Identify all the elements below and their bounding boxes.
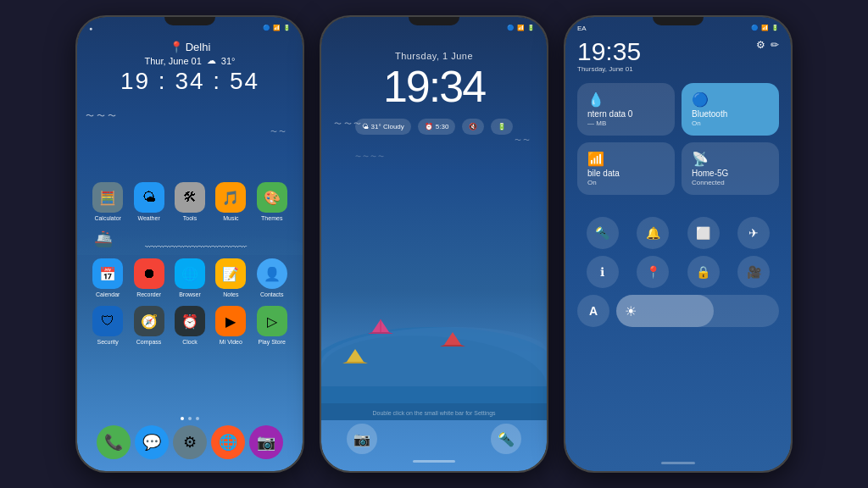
- lock-date: Thursday, 1 June: [321, 51, 547, 61]
- svg-marker-3: [444, 332, 461, 345]
- boats-scene: [321, 251, 547, 420]
- location-text: Delhi: [186, 41, 211, 53]
- app-tools[interactable]: 🛠 Tools: [175, 182, 205, 221]
- app-playstore[interactable]: ▷ Play Store: [257, 306, 287, 345]
- svg-marker-1: [368, 332, 393, 334]
- app-themes[interactable]: 🎨 Themes: [257, 182, 287, 221]
- wifi-icon: 📡: [692, 151, 769, 167]
- p3-time-block: 19:35 Thursday, June 01: [577, 39, 641, 73]
- ctrl-video-btn[interactable]: 🎥: [737, 256, 770, 288]
- bird-deco-right: 〜 〜: [515, 136, 530, 145]
- app-label: Compass: [136, 339, 162, 345]
- svg-marker-4: [440, 345, 465, 347]
- lock-time: 19:34: [321, 64, 547, 108]
- dock-phone[interactable]: 📞: [97, 425, 131, 459]
- widget-weather: 🌤31° Cloudy: [355, 119, 411, 135]
- ctrl-bell-btn[interactable]: 🔔: [637, 217, 669, 249]
- bird-decoration: 〜 〜 〜: [86, 110, 116, 122]
- widget-alarm: ⏰5:30: [418, 119, 456, 135]
- app-label: Clock: [182, 339, 198, 345]
- ctrl-time: 19:35: [577, 39, 641, 64]
- dock-messages[interactable]: 💬: [135, 425, 169, 459]
- widget-weather-text: 31° Cloudy: [371, 123, 404, 130]
- app-label: Security: [97, 339, 119, 345]
- dot-3: [196, 417, 199, 420]
- boats-decoration: 🚢 〰〰〰〰〰〰〰〰〰〰〰〰〰〰〰: [77, 230, 303, 255]
- bird-deco-mid: 〜 〜 〜 〜: [355, 152, 384, 161]
- boat-red: [440, 328, 465, 352]
- p3-ea-label: EA: [577, 25, 587, 32]
- ctrl-tile-wifi[interactable]: 📡 Home-5G Connected: [682, 142, 779, 195]
- ctrl-lock-btn[interactable]: 🔒: [687, 256, 720, 288]
- lock-flashlight-btn[interactable]: 🔦: [491, 424, 521, 454]
- app-calculator[interactable]: 🧮 Calculator: [92, 182, 123, 221]
- ctrl-icon-row-2: ℹ 📍 🔒 🎥: [565, 252, 791, 291]
- ctrl-tile-bile-data[interactable]: 📶 bile data On: [577, 142, 675, 195]
- app-music[interactable]: 🎵 Music: [215, 182, 246, 221]
- status-icons-1: 🔵📶🔋: [263, 25, 291, 31]
- tile-sub: — MB: [587, 119, 665, 127]
- status-bar-1: ● 🔵📶🔋: [77, 17, 303, 36]
- bluetooth-icon: 🔵: [692, 92, 769, 108]
- app-label: Themes: [261, 215, 282, 221]
- ctrl-a-button[interactable]: A: [577, 295, 609, 327]
- ctrl-tile-mobile-data[interactable]: 💧 ntern data 0 — MB: [577, 83, 675, 136]
- dot-2: [188, 417, 192, 420]
- ctrl-brightness-slider[interactable]: ☀: [616, 295, 779, 327]
- app-label: Calculator: [94, 215, 121, 221]
- app-label: Contacts: [260, 291, 284, 297]
- phone-1: ● 🔵📶🔋 📍 Delhi Thur, June 01 ☁ 31° 19 : 3…: [75, 15, 304, 473]
- dock: 📞 💬 ⚙ 🌐 📷: [77, 425, 303, 459]
- app-calendar[interactable]: 📅 Calendar: [92, 258, 123, 297]
- app-label: Browser: [179, 291, 201, 297]
- ctrl-edit-icon[interactable]: ✏: [771, 39, 779, 51]
- app-label: Calendar: [96, 291, 120, 297]
- dock-browser[interactable]: 🌐: [211, 425, 245, 459]
- lock-camera-btn[interactable]: 📷: [347, 424, 377, 454]
- app-compass[interactable]: 🧭 Compass: [134, 306, 164, 345]
- ctrl-flashlight-btn[interactable]: 🔦: [587, 217, 619, 249]
- tile-sub: On: [587, 179, 665, 186]
- ctrl-settings-icon[interactable]: ⚙: [756, 39, 765, 51]
- status-icons-2: 🔵📶🔋: [507, 25, 535, 31]
- ctrl-grid: 💧 ntern data 0 — MB 🔵 Bluetooth On 📶 bil…: [565, 78, 791, 214]
- app-clock[interactable]: ⏰ Clock: [175, 306, 205, 345]
- date-text: Thur, June 01: [145, 56, 202, 66]
- app-label: Music: [223, 215, 238, 221]
- app-label: Mi Video: [220, 339, 242, 345]
- ctrl-screen-btn[interactable]: ⬜: [687, 217, 720, 249]
- bird-deco-left: 〜 〜 〜: [334, 119, 361, 130]
- app-label: Tools: [183, 215, 197, 221]
- dock-camera[interactable]: 📷: [249, 425, 283, 459]
- app-row-2: 📅 Calendar ⏺ Recorder 🌐 Browser 📝 Notes: [77, 258, 303, 297]
- app-notes[interactable]: 📝 Notes: [215, 258, 246, 297]
- app-weather[interactable]: 🌤 Weather: [134, 182, 164, 221]
- swipe-bar[interactable]: [413, 460, 455, 463]
- svg-marker-5: [347, 349, 364, 362]
- ctrl-info-btn[interactable]: ℹ: [587, 256, 619, 288]
- page-dots: [77, 417, 303, 420]
- p1-weather-widget: 📍 Delhi Thur, June 01 ☁ 31° 19 : 34 : 54: [77, 41, 303, 95]
- p1-date: Thur, June 01 ☁ 31°: [77, 55, 303, 66]
- widget-battery: 🔋: [491, 119, 513, 135]
- app-recorder[interactable]: ⏺ Recorder: [134, 258, 164, 297]
- dot-1: [181, 417, 184, 420]
- ctrl-tile-bluetooth[interactable]: 🔵 Bluetooth On: [682, 83, 779, 136]
- ctrl-location-btn[interactable]: 📍: [637, 256, 669, 288]
- app-grid: 🧮 Calculator 🌤 Weather 🛠 Tools 🎵 Music: [77, 182, 303, 353]
- svg-marker-6: [342, 362, 368, 363]
- ctrl-bottom-row: A ☀: [565, 291, 791, 330]
- mobile-data-icon: 💧: [587, 92, 665, 108]
- app-contacts[interactable]: 👤 Contacts: [257, 258, 287, 297]
- p3-swipe-bar[interactable]: [661, 462, 695, 464]
- app-browser[interactable]: 🌐 Browser: [175, 258, 205, 297]
- ctrl-header-icons: ⚙ ✏: [756, 39, 779, 51]
- app-mivideo[interactable]: ▶ Mi Video: [215, 306, 246, 345]
- ctrl-airplane-btn[interactable]: ✈: [737, 217, 770, 249]
- dock-settings[interactable]: ⚙: [173, 425, 207, 459]
- temp-text: 31°: [221, 56, 236, 66]
- app-security[interactable]: 🛡 Security: [92, 306, 123, 345]
- status-icons-3: 🔵📶🔋: [751, 25, 779, 31]
- widget-alarm-text: 5:30: [436, 123, 449, 130]
- lockscreen-bottom: 📷 🔦: [321, 424, 547, 454]
